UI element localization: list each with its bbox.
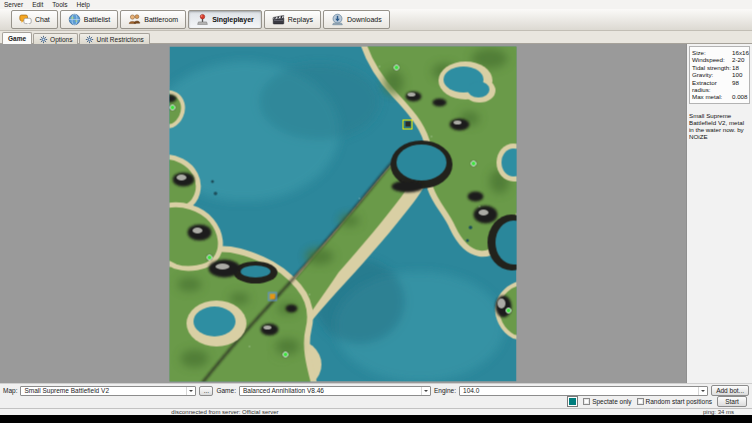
menu-bar: ServerEditToolsHelp <box>0 0 752 9</box>
main-area: Size:16x16Windspeed:2-20Tidal strength:1… <box>0 44 752 383</box>
map-preview[interactable] <box>170 46 517 381</box>
bot-marker[interactable] <box>403 119 413 129</box>
globe-icon <box>68 13 81 26</box>
film-icon <box>272 13 285 26</box>
start-position-dot <box>170 105 176 111</box>
map-info-value: 18 <box>732 64 747 71</box>
map-select[interactable]: Small Supreme Battlefield V2 <box>20 386 196 396</box>
subtab-unit-restrictions[interactable]: Unit Restrictions <box>79 33 149 44</box>
tab-label: Singleplayer <box>212 16 254 23</box>
chevron-down-icon <box>186 387 195 395</box>
lobby-window: ServerEditToolsHelp ChatBattlelistBattle… <box>0 0 752 415</box>
map-info-row: Size:16x16 <box>692 49 747 56</box>
main-tab-bar: ChatBattlelistBattleroomSingleplayerRepl… <box>0 9 752 31</box>
spectate-only-option: Spectate only <box>583 398 631 405</box>
start-position-dot <box>206 254 212 260</box>
tab-label: Downloads <box>347 16 382 23</box>
map-info-row: Gravity:100 <box>692 71 747 78</box>
users-icon <box>128 13 141 26</box>
map-info-label: Tidal strength: <box>692 64 732 71</box>
add-bot-button[interactable]: Add bot... <box>711 385 749 396</box>
random-start-label: Random start positions <box>646 398 712 405</box>
spectate-only-label: Spectate only <box>592 398 631 405</box>
chat-icon <box>19 13 32 26</box>
start-position-dot <box>506 308 512 314</box>
start-position-dot <box>470 161 476 167</box>
map-select-value: Small Supreme Battlefield V2 <box>24 387 186 394</box>
start-position-dot <box>393 64 399 70</box>
map-info-label: Size: <box>692 49 732 56</box>
start-options-row: Spectate only Random start positions Sta… <box>3 396 749 407</box>
map-info-value: 100 <box>732 71 747 78</box>
tab-battleroom[interactable]: Battleroom <box>120 10 186 29</box>
map-info-row: Max metal:0.008 <box>692 93 747 100</box>
joystick-icon <box>196 13 209 26</box>
map-info-label: Windspeed: <box>692 56 732 63</box>
tab-label: Battleroom <box>144 16 178 23</box>
engine-label: Engine: <box>434 387 456 394</box>
tab-label: Chat <box>35 16 50 23</box>
random-start-checkbox[interactable] <box>637 398 644 405</box>
map-info-label: Max metal: <box>692 93 732 100</box>
gear-icon <box>85 35 94 44</box>
subtab-label: Game <box>8 35 26 42</box>
map-info-label: Gravity: <box>692 71 732 78</box>
chevron-down-icon <box>698 387 707 395</box>
map-description: Small Supreme Battlefield V2, metal in t… <box>687 104 752 141</box>
map-info-box: Size:16x16Windspeed:2-20Tidal strength:1… <box>689 46 750 104</box>
map-label: Map: <box>3 387 17 394</box>
team-color-swatch[interactable] <box>567 396 578 407</box>
tab-singleplayer[interactable]: Singleplayer <box>188 10 262 29</box>
tab-label: Replays <box>288 16 313 23</box>
map-info-label: Extractor radius: <box>692 79 732 94</box>
bot-icon <box>405 122 410 127</box>
battle-setup-controls: Map: Small Supreme Battlefield V2 ... Ga… <box>0 383 752 408</box>
map-info-row: Extractor radius:98 <box>692 79 747 94</box>
start-button[interactable]: Start <box>717 396 747 407</box>
map-info-panel: Size:16x16Windspeed:2-20Tidal strength:1… <box>686 44 752 383</box>
map-browse-button[interactable]: ... <box>199 386 213 396</box>
tab-downloads[interactable]: Downloads <box>323 10 390 29</box>
bot-marker[interactable] <box>268 292 277 301</box>
tab-battlelist[interactable]: Battlelist <box>60 10 118 29</box>
bot-icon <box>270 294 275 299</box>
menu-item-tools[interactable]: Tools <box>52 1 67 8</box>
status-bar: disconnected from server: Official serve… <box>0 408 752 415</box>
menu-item-help[interactable]: Help <box>77 1 90 8</box>
map-info-value: 2-20 <box>732 56 747 63</box>
map-info-value: 98 <box>732 79 747 94</box>
map-area <box>0 44 686 383</box>
map-terrain-graphic <box>170 46 517 381</box>
selectors-row: Map: Small Supreme Battlefield V2 ... Ga… <box>3 385 749 396</box>
spectate-only-checkbox[interactable] <box>583 398 590 405</box>
map-info-row: Tidal strength:18 <box>692 64 747 71</box>
letterbox-bottom <box>0 415 752 423</box>
battle-sub-tab-bar: GameOptionsUnit Restrictions <box>0 31 752 44</box>
engine-select[interactable]: 104.0 <box>459 386 708 396</box>
team-color-fill <box>569 398 576 405</box>
start-position-dot <box>282 352 288 358</box>
map-info-row: Windspeed:2-20 <box>692 56 747 63</box>
tab-chat[interactable]: Chat <box>11 10 58 29</box>
tab-replays[interactable]: Replays <box>264 10 321 29</box>
map-info-value: 0.008 <box>732 93 747 100</box>
game-select[interactable]: Balanced Annihilation V8.46 <box>239 386 431 396</box>
game-label: Game: <box>216 387 236 394</box>
menu-item-edit[interactable]: Edit <box>32 1 43 8</box>
download-icon <box>331 13 344 26</box>
subtab-options[interactable]: Options <box>33 33 78 44</box>
random-start-option: Random start positions <box>637 398 712 405</box>
subtab-label: Options <box>50 36 72 43</box>
subtab-game[interactable]: Game <box>2 32 32 44</box>
tab-label: Battlelist <box>84 16 110 23</box>
game-select-value: Balanced Annihilation V8.46 <box>243 387 421 394</box>
subtab-label: Unit Restrictions <box>96 36 143 43</box>
chevron-down-icon <box>421 387 430 395</box>
engine-select-value: 104.0 <box>463 387 698 394</box>
menu-item-server[interactable]: Server <box>4 1 23 8</box>
map-info-value: 16x16 <box>732 49 749 56</box>
gear-icon <box>39 35 48 44</box>
